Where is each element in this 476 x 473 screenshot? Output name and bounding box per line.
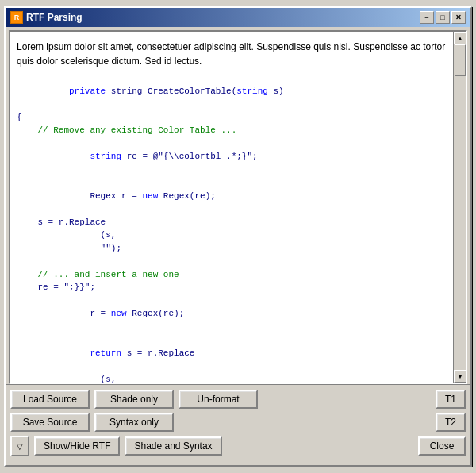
code-line3: s = r.Replace — [17, 216, 447, 229]
close-window-button[interactable]: ✕ — [451, 11, 466, 24]
title-bar: R RTF Parsing − □ ✕ — [6, 8, 470, 27]
code-line1: string re = @"{\\colortbl .*;}"; — [17, 137, 447, 177]
t1-button[interactable]: T1 — [436, 390, 466, 409]
t2-button[interactable]: T2 — [436, 413, 466, 432]
shade-only-button[interactable]: Shade only — [94, 390, 174, 409]
scroll-thumb[interactable] — [455, 44, 466, 76]
un-format-button[interactable]: Un-format — [178, 390, 258, 409]
scroll-up-icon: ▲ — [457, 35, 463, 42]
button-row-3: ▽ Show/Hide RTF Shade and Syntax Close — [10, 436, 466, 456]
scroll-track — [454, 44, 466, 370]
main-window: R RTF Parsing − □ ✕ Lorem ipsum dolor si… — [4, 6, 472, 467]
syntax-only-button[interactable]: Syntax only — [94, 413, 174, 432]
code-signature: private string CreateColorTable(string s… — [17, 71, 447, 111]
button-row-1: Load Source Shade only Un-format T1 — [10, 390, 466, 409]
scrollbar: ▲ ▼ — [453, 32, 466, 383]
load-source-button[interactable]: Load Source — [10, 390, 90, 409]
code-line2: Regex r = new Regex(re); — [17, 176, 447, 216]
code-line7: r = new Regex(re); — [17, 294, 447, 334]
window-title: RTF Parsing — [26, 12, 83, 23]
window-icon: R — [10, 11, 23, 24]
show-hide-rtf-button[interactable]: Show/Hide RTF — [34, 436, 120, 456]
code-line8: return s = r.Replace — [17, 333, 447, 373]
content-area: Lorem ipsum dolor sit amet, consectetuer… — [9, 30, 467, 384]
code-empty — [17, 255, 447, 268]
dropdown-button[interactable]: ▽ — [10, 436, 29, 456]
save-source-button[interactable]: Save Source — [10, 413, 90, 432]
maximize-button[interactable]: □ — [436, 11, 450, 24]
code-comment2: // ... and insert a new one — [17, 268, 447, 282]
bottom-panel: Load Source Shade only Un-format T1 Save… — [6, 384, 470, 465]
title-bar-left: R RTF Parsing — [10, 11, 83, 24]
close-button[interactable]: Close — [418, 436, 466, 456]
code-line4: (s, — [17, 229, 447, 242]
code-line6: re = ";}}"; — [17, 281, 447, 294]
scroll-down-button[interactable]: ▼ — [454, 370, 466, 383]
code-line5: ""); — [17, 242, 447, 256]
scroll-down-icon: ▼ — [457, 373, 463, 380]
code-brace-open: { — [17, 111, 447, 125]
code-comment1: // Remove any existing Color Table ... — [17, 124, 447, 137]
button-row-2: Save Source Syntax only T2 — [10, 413, 466, 432]
title-buttons: − □ ✕ — [420, 11, 466, 24]
scroll-up-button[interactable]: ▲ — [454, 32, 466, 44]
paragraph-1: Lorem ipsum dolor sit amet, consectetuer… — [17, 40, 447, 68]
shade-and-syntax-button[interactable]: Shade and Syntax — [125, 436, 221, 456]
code-block: private string CreateColorTable(string s… — [17, 71, 447, 383]
text-content: Lorem ipsum dolor sit amet, consectetuer… — [10, 32, 453, 383]
code-line9: (s, — [17, 373, 447, 383]
minimize-button[interactable]: − — [420, 11, 434, 24]
